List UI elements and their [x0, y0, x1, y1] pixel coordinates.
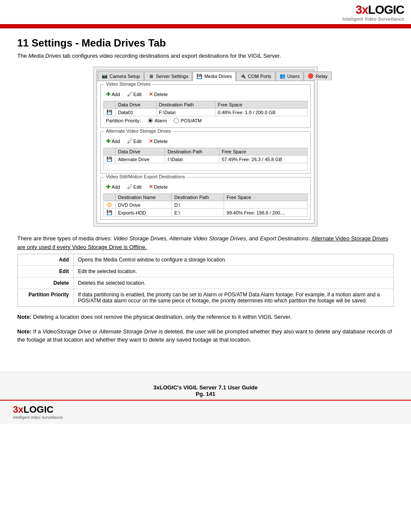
relay-icon: 🔴: [308, 73, 314, 79]
video-storage-add-button[interactable]: ✚ Add: [103, 90, 123, 98]
alt-storage-add-button[interactable]: ✚ Add: [103, 137, 123, 145]
export-drive-name2: Exports-HDD: [115, 209, 171, 217]
note1-paragraph: Note: Deleting a location does not remov…: [17, 313, 394, 321]
term-partition: Partition Priority: [18, 289, 74, 307]
col-free-space: Free Space: [219, 148, 307, 156]
tab-com-ports[interactable]: 🔌 COM Ports: [236, 72, 275, 81]
desc-row-edit: Edit Edit the selected location.: [18, 266, 394, 277]
partition-label: Partition Priority:: [106, 118, 141, 123]
com-icon: 🔌: [240, 73, 246, 79]
term-add: Add: [18, 254, 74, 266]
tab-users[interactable]: 👥 Users: [276, 72, 304, 81]
col-free-space: Free Space: [215, 101, 307, 109]
description-table: Add Opens the Media Control window to co…: [17, 254, 394, 307]
alarm-radio-button[interactable]: [148, 118, 153, 123]
tab-relay[interactable]: 🔴 Relay: [304, 72, 331, 81]
footer-info: 3xLOGIC's VIGIL Server 7.1 User Guide Pg…: [0, 378, 411, 400]
logo-subtitle: Intelligent Video Surveillance: [342, 17, 404, 22]
export-destinations-section: Video Still/Motion Export Destinations ✚…: [100, 177, 311, 220]
export-table: Destination Name Destination Path Free S…: [103, 193, 308, 217]
col-dest-path: Destination Path: [156, 101, 215, 109]
col-data-drive: Data Drive: [115, 101, 156, 109]
edit-icon: 🖊: [127, 91, 133, 97]
note2-bold: Note:: [17, 328, 31, 335]
posatm-radio-button[interactable]: [174, 118, 179, 123]
users-icon: 👥: [280, 73, 286, 79]
camera-icon: 📷: [102, 73, 108, 79]
footer-line1: 3xLOGIC's VIGIL Server 7.1 User Guide: [0, 384, 411, 391]
desc-row-delete: Delete Deletes the selected location.: [18, 277, 394, 289]
edit-icon: 🖊: [127, 138, 133, 144]
add-icon: ✚: [106, 138, 111, 144]
export-toolbar: ✚ Add 🖊 Edit ✕ Delete: [103, 183, 308, 191]
alarm-label: Alarm: [155, 118, 167, 123]
logo-text: 3xLOGIC: [355, 3, 404, 17]
alt-drive-name: Alternate Drive: [115, 156, 165, 163]
export-drive-free: [224, 201, 308, 209]
edit-icon: 🖊: [127, 184, 133, 190]
drive-path: F:\Data\: [156, 109, 215, 116]
video-storage-delete-button[interactable]: ✕ Delete: [146, 90, 171, 98]
header-logo: 3xLOGIC Intelligent Video Surveillance: [342, 3, 404, 22]
server-icon: 🖥: [148, 73, 154, 79]
footer-divider: [0, 400, 411, 401]
alarm-radio[interactable]: Alarm: [148, 118, 167, 123]
page-title: 11 Settings - Media Drives Tab: [17, 37, 394, 49]
tab-media-drives[interactable]: 💾 Media Drives: [193, 72, 236, 81]
add-icon: ✚: [106, 184, 111, 190]
term-delete: Delete: [18, 277, 74, 289]
desc-partition: If data partitioning is enabled, the pri…: [74, 289, 394, 307]
table-row: 💾 Data01 F:\Data\ 0.48% Free: 1.0 / 200.…: [104, 109, 308, 116]
main-content: 11 Settings - Media Drives Tab The Media…: [0, 28, 411, 359]
row-icon: 📀: [104, 201, 115, 209]
desc-add: Opens the Media Control window to config…: [74, 254, 394, 266]
posatm-radio[interactable]: POS/ATM: [174, 118, 202, 123]
export-label: Video Still/Motion Export Destinations: [104, 174, 187, 179]
col-dest-name: Destination Name: [115, 194, 171, 201]
col-dest-path: Destination Path: [171, 194, 224, 201]
delete-icon: ✕: [149, 184, 153, 190]
bottom-logo-sub: Intelligent Video Surveillance: [13, 415, 411, 420]
table-row: 💾 Alternate Drive I:\Data\ 57.49% Free: …: [104, 156, 308, 163]
export-delete-button[interactable]: ✕ Delete: [146, 183, 171, 191]
row-icon: 💾: [104, 156, 115, 163]
partition-priority-row: Partition Priority: Alarm POS/ATM: [103, 116, 308, 125]
bottom-logo-area: 3xLOGIC Intelligent Video Surveillance: [0, 404, 411, 420]
video-storage-label: Video Storage Drives: [104, 81, 153, 87]
video-storage-table: Data Drive Destination Path Free Space 💾…: [103, 101, 308, 116]
alt-storage-delete-button[interactable]: ✕ Delete: [146, 137, 171, 145]
export-add-button[interactable]: ✚ Add: [103, 183, 123, 191]
desc-row-partition: Partition Priority If data partitioning …: [18, 289, 394, 307]
delete-icon: ✕: [149, 91, 153, 97]
delete-icon: ✕: [149, 138, 153, 144]
row-icon: 💾: [104, 209, 115, 217]
desc-row-add: Add Opens the Media Control window to co…: [18, 254, 394, 266]
col-free-space: Free Space: [224, 194, 308, 201]
note1-bold: Note:: [17, 314, 31, 320]
export-drive-path: D:\: [171, 201, 224, 209]
drive-name: Data01: [115, 109, 156, 116]
tab-camera-setup[interactable]: 📷 Camera Setup: [98, 72, 144, 81]
video-storage-toolbar: ✚ Add 🖊 Edit ✕ Delete: [103, 90, 308, 98]
table-row: 💾 Exports-HDD E:\ 99.40% Free: 198.8 / 2…: [104, 209, 308, 217]
alt-storage-edit-button[interactable]: 🖊 Edit: [125, 137, 144, 145]
export-drive-free2: 99.40% Free: 198.8 / 200....: [224, 209, 308, 217]
col-icon: [104, 101, 115, 109]
types-paragraph: There are three types of media drives: V…: [17, 234, 394, 251]
drive-free: 0.48% Free: 1.0 / 200.0 GB: [215, 109, 307, 116]
col-icon: [104, 194, 115, 201]
export-edit-button[interactable]: 🖊 Edit: [125, 183, 144, 191]
tabs-row: 📷 Camera Setup 🖥 Server Settings 💾 Media…: [97, 70, 314, 81]
video-storage-edit-button[interactable]: 🖊 Edit: [125, 90, 144, 98]
tab-server-settings[interactable]: 🖥 Server Settings: [144, 72, 192, 81]
settings-panel: Video Storage Drives ✚ Add 🖊 Edit ✕ Dele…: [97, 81, 314, 224]
header: 3xLOGIC Intelligent Video Surveillance: [0, 0, 411, 26]
video-storage-section: Video Storage Drives ✚ Add 🖊 Edit ✕ Dele…: [100, 84, 311, 128]
ui-screenshot: 📷 Camera Setup 🖥 Server Settings 💾 Media…: [93, 67, 318, 227]
note1-text: Deleting a location does not remove the …: [31, 314, 292, 320]
col-icon: [104, 148, 115, 156]
posatm-label: POS/ATM: [181, 118, 202, 123]
alt-drive-path: I:\Data\: [165, 156, 219, 163]
desc-delete: Deletes the selected location.: [74, 277, 394, 289]
footer: 3xLOGIC's VIGIL Server 7.1 User Guide Pg…: [0, 372, 411, 424]
